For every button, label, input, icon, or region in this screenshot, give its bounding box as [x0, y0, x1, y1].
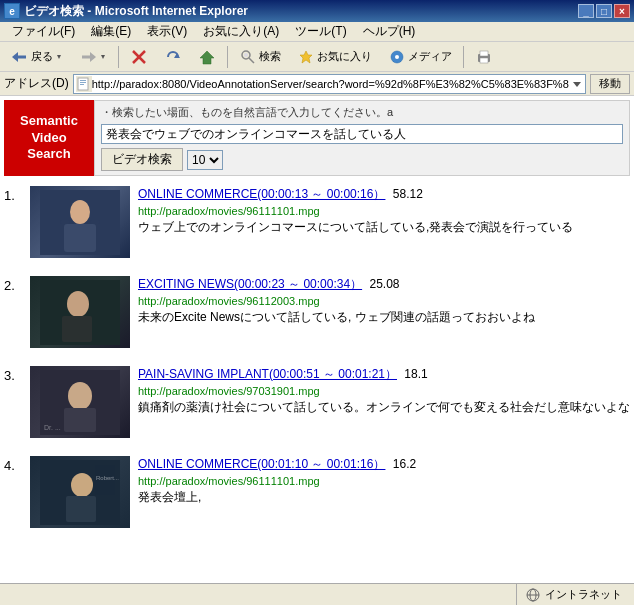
result-item-1: 1. ONLINE COMMERCE(00:00:13: [4, 182, 630, 262]
result-score-1: 58.12: [393, 187, 423, 201]
result-title-2[interactable]: EXCITING NEWS(00:00:23 ～ 00:00:34）: [138, 277, 362, 291]
svg-point-12: [244, 53, 248, 57]
toolbar: 戻る: [0, 42, 634, 72]
print-button[interactable]: [468, 45, 500, 69]
result-info-3: PAIN-SAVING IMPLANT(00:00:51 ～ 00:01:21）…: [138, 366, 630, 438]
result-description-3: 鎮痛剤の薬漬け社会について話している。オンラインで何でも変える社会だし意味ないよ…: [138, 399, 630, 416]
result-thumbnail-3[interactable]: Dr. ...: [30, 366, 130, 438]
result-url-3[interactable]: http://paradox/movies/97031901.mpg: [138, 385, 630, 397]
search-button[interactable]: ビデオ検索: [101, 148, 183, 171]
star-icon: [297, 48, 315, 66]
media-label: メディア: [408, 49, 452, 64]
status-bar: イントラネット: [0, 583, 634, 605]
forward-icon: [79, 48, 97, 66]
svg-marker-5: [101, 55, 105, 59]
svg-rect-18: [480, 58, 488, 63]
svg-text:Robert...: Robert...: [96, 475, 119, 481]
favorites-button[interactable]: お気に入り: [290, 45, 379, 69]
media-icon: [388, 48, 406, 66]
stop-button[interactable]: [123, 45, 155, 69]
thumb-person-4: Robert...: [30, 456, 130, 528]
separator-2: [227, 46, 228, 68]
result-title-3[interactable]: PAIN-SAVING IMPLANT(00:00:51 ～ 00:01:21）: [138, 367, 397, 381]
svg-point-38: [71, 473, 93, 497]
back-button[interactable]: 戻る: [4, 45, 70, 69]
menu-file[interactable]: ファイル(F): [4, 21, 83, 42]
svg-rect-31: [62, 316, 92, 342]
media-button[interactable]: メディア: [381, 45, 459, 69]
svg-marker-23: [573, 82, 581, 87]
minimize-button[interactable]: _: [578, 4, 594, 18]
result-title-1[interactable]: ONLINE COMMERCE(00:00:13 ～ 00:00:16）: [138, 187, 385, 201]
search-toolbar-button[interactable]: 検索: [232, 45, 288, 69]
favorites-label: お気に入り: [317, 49, 372, 64]
thumb-person-1: [30, 186, 130, 258]
maximize-button[interactable]: □: [596, 4, 612, 18]
menu-edit[interactable]: 編集(E): [83, 21, 139, 42]
search-count-select[interactable]: 10: [187, 150, 223, 170]
svg-rect-35: [64, 408, 96, 432]
result-url-2[interactable]: http://paradox/movies/96112003.mpg: [138, 295, 630, 307]
svg-marker-8: [174, 53, 180, 58]
result-item-2: 2. EXCITING NEWS(00:00:23 ～ 00:00:34）: [4, 272, 630, 352]
search-input[interactable]: [101, 124, 623, 144]
menu-favorites[interactable]: お気に入り(A): [195, 21, 287, 42]
result-description-2: 未来のExcite Newsについて話している, ウェブ関連の話題っておおいよね: [138, 309, 630, 326]
print-icon: [475, 48, 493, 66]
ie-icon: e: [4, 3, 20, 19]
zone-icon: [525, 587, 541, 603]
search-form: ・検索したい場面、ものを自然言語で入力してください。a ビデオ検索 10: [94, 100, 630, 176]
results-list: 1. ONLINE COMMERCE(00:00:13: [4, 182, 630, 532]
browser-content: Semantic Video Search ・検索したい場面、ものを自然言語で入…: [0, 96, 634, 583]
window-controls: _ □ ×: [578, 4, 630, 18]
go-button[interactable]: 移動: [590, 74, 630, 94]
forward-button[interactable]: [72, 45, 114, 69]
menu-view[interactable]: 表示(V): [139, 21, 195, 42]
svs-logo: Semantic Video Search: [4, 100, 94, 176]
logo-line1: Semantic: [20, 113, 78, 130]
result-score-4: 16.2: [393, 457, 416, 471]
svg-rect-22: [80, 84, 84, 85]
result-description-1: ウェブ上でのオンラインコマースについて話している,発表会で演説を行っている: [138, 219, 630, 236]
svg-point-34: [68, 382, 92, 410]
thumb-person-3: Dr. ...: [30, 366, 130, 438]
result-number-1: 1.: [4, 186, 22, 258]
result-thumbnail-2[interactable]: [30, 276, 130, 348]
search-toolbar-label: 検索: [259, 49, 281, 64]
window-title: ビデオ検索 - Microsoft Internet Explorer: [24, 3, 578, 20]
svg-text:Dr. ...: Dr. ...: [44, 424, 61, 431]
svg-rect-28: [90, 220, 100, 224]
menu-tools[interactable]: ツール(T): [287, 21, 354, 42]
back-icon: [11, 48, 29, 66]
result-thumbnail-4[interactable]: Robert...: [30, 456, 130, 528]
result-title-4[interactable]: ONLINE COMMERCE(00:01:10 ～ 00:01:16）: [138, 457, 385, 471]
result-score-3: 18.1: [404, 367, 427, 381]
result-title-line-1: ONLINE COMMERCE(00:00:13 ～ 00:00:16） 58.…: [138, 186, 630, 203]
search-input-row: [101, 124, 623, 144]
separator-1: [118, 46, 119, 68]
refresh-button[interactable]: [157, 45, 189, 69]
svg-rect-32: [40, 300, 55, 345]
logo-line2: Video: [20, 130, 78, 147]
close-button[interactable]: ×: [614, 4, 630, 18]
address-url[interactable]: http://paradox:8080/VideoAnnotationServe…: [92, 78, 571, 90]
svg-marker-9: [200, 51, 214, 64]
menu-help[interactable]: ヘルプ(H): [355, 21, 424, 42]
address-label: アドレス(D): [4, 75, 69, 92]
svg-point-15: [395, 55, 399, 59]
result-url-4[interactable]: http://paradox/movies/96111101.mpg: [138, 475, 630, 487]
address-dropdown-icon[interactable]: [571, 78, 583, 90]
result-description-4: 発表会壇上,: [138, 489, 630, 506]
result-number-4: 4.: [4, 456, 22, 528]
thumb-person-2: [30, 276, 130, 348]
menu-bar: ファイル(F) 編集(E) 表示(V) お気に入り(A) ツール(T) ヘルプ(…: [0, 22, 634, 42]
content-area[interactable]: Semantic Video Search ・検索したい場面、ものを自然言語で入…: [0, 96, 634, 583]
address-bar: アドレス(D) http://paradox:8080/VideoAnnotat…: [0, 72, 634, 96]
result-thumbnail-1[interactable]: [30, 186, 130, 258]
result-url-1[interactable]: http://paradox/movies/96111101.mpg: [138, 205, 630, 217]
result-info-2: EXCITING NEWS(00:00:23 ～ 00:00:34） 25.08…: [138, 276, 630, 348]
logo-line3: Search: [20, 146, 78, 163]
result-number-2: 2.: [4, 276, 22, 348]
result-info-4: ONLINE COMMERCE(00:01:10 ～ 00:01:16） 16.…: [138, 456, 630, 528]
home-button[interactable]: [191, 45, 223, 69]
